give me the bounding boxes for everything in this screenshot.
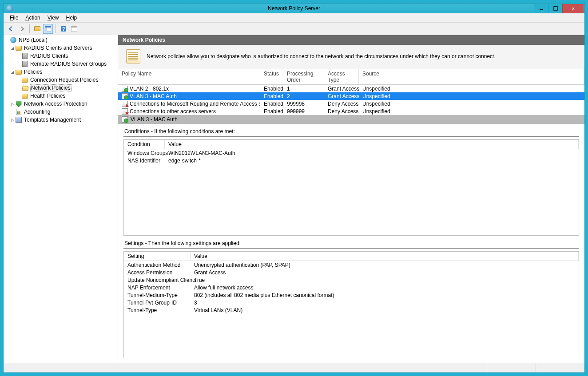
policy-row[interactable]: Connections to Microsoft Routing and Rem… xyxy=(118,100,584,107)
close-button[interactable]: ✕ xyxy=(562,4,584,13)
navigation-tree[interactable]: NPS (Local) ◢ RADIUS Clients and Servers… xyxy=(4,35,118,363)
template-icon xyxy=(15,116,22,123)
policy-status: Enabled xyxy=(260,86,283,92)
app-icon xyxy=(6,5,13,12)
setting-row[interactable]: Tunnel-Pvt-Group-ID3 xyxy=(124,299,579,306)
folder-icon xyxy=(21,92,28,99)
setting-value: 802 (includes all 802 media plus Etherne… xyxy=(191,292,579,298)
policy-source: Unspecified xyxy=(359,86,584,92)
col-setting[interactable]: Setting xyxy=(124,252,191,261)
tree-radius-group[interactable]: ◢ RADIUS Clients and Servers xyxy=(4,44,118,52)
policy-enabled-icon xyxy=(122,93,128,99)
col-source[interactable]: Source xyxy=(359,69,584,84)
conditions-header[interactable]: Condition Value xyxy=(124,140,579,149)
tree-policies[interactable]: ◢ Policies xyxy=(4,68,118,76)
intro-text: Network policies allow you to designate … xyxy=(147,53,496,59)
policy-status: Enabled xyxy=(260,108,283,115)
titlebar: Network Policy Server ✕ xyxy=(4,4,584,13)
condition-row[interactable]: NAS Identifieredge-switch-* xyxy=(124,157,579,164)
help-button[interactable]: ? xyxy=(59,24,68,34)
toolbar-separator xyxy=(29,24,30,33)
policies-grid[interactable]: Policy Name Status Processing Order Acce… xyxy=(118,69,584,115)
show-hide-button[interactable] xyxy=(43,24,53,34)
up-button[interactable] xyxy=(32,24,42,34)
tree-templates[interactable]: ▷ Templates Management xyxy=(4,116,118,124)
tree-hp[interactable]: Health Policies xyxy=(4,92,118,100)
setting-row[interactable]: Tunnel-Medium-Type802 (includes all 802 … xyxy=(124,291,579,299)
svg-rect-8 xyxy=(71,26,77,28)
expander-icon[interactable]: ◢ xyxy=(10,46,15,50)
policy-enabled-icon xyxy=(122,86,128,92)
notepad-icon xyxy=(126,49,140,63)
shield-icon xyxy=(15,100,22,107)
tree-label: Connection Request Policies xyxy=(30,77,98,83)
server-icon xyxy=(21,52,28,59)
tree-crp[interactable]: Connection Request Policies xyxy=(4,76,118,84)
col-setting-value[interactable]: Value xyxy=(191,252,579,261)
tree-nap[interactable]: ▷ Network Access Protection xyxy=(4,100,118,108)
tree-label: Network Access Protection xyxy=(24,101,87,107)
policy-source: Unspecified xyxy=(359,93,584,99)
policy-deny-icon xyxy=(122,108,128,115)
selected-policy-name: VLAN 3 - MAC Auth xyxy=(131,116,178,123)
setting-name: Tunnel-Medium-Type xyxy=(124,292,191,298)
policy-row[interactable]: VLAN 2 - 802.1xEnabled1Grant AccessUnspe… xyxy=(118,85,584,92)
expander-icon[interactable]: ◢ xyxy=(10,70,15,74)
setting-name: NAP Enforcement xyxy=(124,285,191,291)
tree-remote-groups[interactable]: Remote RADIUS Server Groups xyxy=(4,60,118,68)
menu-help[interactable]: Help xyxy=(63,13,81,22)
tree-label: Network Policies xyxy=(30,84,72,91)
col-condition-value[interactable]: Value xyxy=(165,140,579,149)
col-condition[interactable]: Condition xyxy=(124,140,165,149)
condition-value: WIN2012\VLAN3-MAC-Auth xyxy=(165,150,579,156)
forward-button[interactable] xyxy=(17,24,27,34)
settings-title: Settings - Then the following settings a… xyxy=(123,238,579,249)
tree-label: Policies xyxy=(24,69,42,75)
back-button[interactable] xyxy=(6,24,16,34)
col-order[interactable]: Processing Order xyxy=(283,69,324,84)
menubar: File Action View Help xyxy=(4,13,584,23)
policy-source: Unspecified xyxy=(359,108,584,115)
maximize-button[interactable] xyxy=(548,4,562,13)
intro-banner: Network policies allow you to designate … xyxy=(118,45,584,69)
settings-grid[interactable]: Setting Value Authentication MethodUnenc… xyxy=(123,251,579,358)
policy-order: 2 xyxy=(283,93,324,99)
menu-file[interactable]: File xyxy=(6,13,22,22)
tree-root[interactable]: NPS (Local) xyxy=(4,36,118,44)
setting-row[interactable]: Access PermissionGrant Access xyxy=(124,269,579,276)
svg-rect-3 xyxy=(45,26,51,28)
policy-row[interactable]: Connections to other access serversEnabl… xyxy=(118,107,584,115)
menu-view[interactable]: View xyxy=(44,13,63,22)
status-cell xyxy=(487,363,536,372)
tree-label: RADIUS Clients xyxy=(30,53,68,59)
col-status[interactable]: Status xyxy=(260,69,283,84)
folder-icon xyxy=(15,44,22,51)
setting-row[interactable]: Authentication MethodUnencrypted authent… xyxy=(124,261,579,269)
properties-button[interactable] xyxy=(69,24,79,34)
col-access[interactable]: Access Type xyxy=(324,69,359,84)
policy-row[interactable]: VLAN 3 - MAC AuthEnabled2Grant AccessUns… xyxy=(118,92,584,100)
folder-icon xyxy=(15,68,22,75)
expander-icon[interactable]: ▷ xyxy=(10,102,15,106)
report-icon xyxy=(15,108,22,115)
tree-radius-clients[interactable]: RADIUS Clients xyxy=(4,52,118,60)
setting-row[interactable]: Update Noncompliant ClientsTrue xyxy=(124,276,579,284)
settings-header[interactable]: Setting Value xyxy=(124,252,579,261)
grid-header[interactable]: Policy Name Status Processing Order Acce… xyxy=(118,69,584,85)
expander-icon[interactable]: ▷ xyxy=(10,118,15,122)
policy-order: 1 xyxy=(283,86,324,92)
tree-label: NPS (Local) xyxy=(19,37,48,43)
condition-row[interactable]: Windows GroupsWIN2012\VLAN3-MAC-Auth xyxy=(124,149,579,157)
menu-action[interactable]: Action xyxy=(22,13,44,22)
conditions-grid[interactable]: Condition Value Windows GroupsWIN2012\VL… xyxy=(123,139,579,236)
setting-row[interactable]: Tunnel-TypeVirtual LANs (VLAN) xyxy=(124,306,579,314)
tree-network-policies[interactable]: Network Policies xyxy=(4,84,118,92)
setting-row[interactable]: NAP EnforcementAllow full network access xyxy=(124,284,579,291)
tree-accounting[interactable]: Accounting xyxy=(4,108,118,116)
col-policy-name[interactable]: Policy Name xyxy=(118,69,260,84)
app-window: Network Policy Server ✕ File Action View… xyxy=(4,4,584,372)
svg-rect-0 xyxy=(540,9,543,10)
policy-name: VLAN 2 - 802.1x xyxy=(130,86,169,92)
minimize-button[interactable] xyxy=(534,4,548,13)
setting-value: True xyxy=(191,277,579,283)
